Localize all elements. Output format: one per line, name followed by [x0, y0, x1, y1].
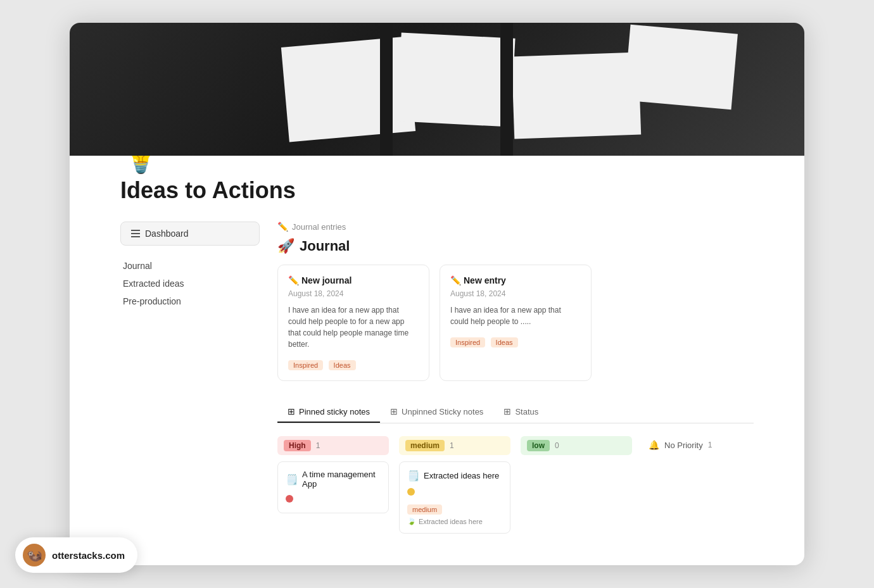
- tab-status[interactable]: ⊞ Status: [493, 401, 548, 423]
- priority-count-high: 1: [316, 441, 320, 450]
- journal-card-0-icon: ✏️: [288, 275, 299, 285]
- kanban-card-medium-0[interactable]: 🗒️ Extracted ideas here medium 🍃 Extract…: [399, 461, 510, 534]
- priority-count-no-priority: 1: [708, 441, 712, 449]
- hero-paper-1: [281, 37, 415, 142]
- journal-card-1[interactable]: ✏️ New entry August 18, 2024 I have an i…: [440, 265, 592, 381]
- tab-label-1: Unpinned Sticky notes: [402, 407, 483, 416]
- breadcrumb-text: Journal entries: [292, 222, 346, 232]
- tab-icon-2: ⊞: [504, 406, 511, 416]
- kanban-header-no-priority: 🔔 No Priority 1: [642, 436, 754, 454]
- kanban-board: High 1 🗒️ A time management App: [277, 436, 754, 540]
- kanban-card-medium-0-title: 🗒️ Extracted ideas here: [407, 470, 502, 482]
- kanban-col-no-priority: 🔔 No Priority 1: [642, 436, 754, 540]
- card-emoji-high-0: 🗒️: [286, 473, 298, 485]
- hamburger-line-1: [131, 230, 140, 231]
- priority-badge-medium: medium: [405, 440, 445, 451]
- tab-label-0: Pinned sticky notes: [299, 407, 370, 416]
- journal-card-1-icon: ✏️: [450, 275, 461, 285]
- journal-rocket-icon: 🚀: [277, 238, 294, 254]
- kanban-col-medium: medium 1 🗒️ Extracted ideas here medium: [399, 436, 510, 540]
- otter-emoji: 🦦: [27, 547, 42, 563]
- journal-card-0-date: August 18, 2024: [288, 289, 419, 298]
- right-content: ✏️ Journal entries 🚀 Journal ✏️ New jour…: [277, 222, 754, 540]
- app-container: 💡 Ideas to Actions Dashboard Journal Ext…: [70, 23, 804, 565]
- hamburger-line-3: [131, 236, 140, 237]
- priority-label-no-priority: No Priority: [664, 441, 703, 450]
- otter-name: otterstacks.com: [52, 550, 125, 561]
- tabs-row: ⊞ Pinned sticky notes ⊞ Unpinned Sticky …: [277, 401, 754, 423]
- journal-card-0-title: ✏️ New journal: [288, 275, 419, 285]
- kanban-col-low: low 0: [521, 436, 632, 540]
- journal-card-1-tags: Inspired Ideas: [450, 335, 581, 347]
- sidebar-item-journal[interactable]: Journal: [120, 257, 260, 275]
- card-footer-medium-0: 🍃 Extracted ideas here: [407, 517, 502, 525]
- journal-card-0-body: I have an idea for a new app that could …: [288, 304, 419, 350]
- kanban-header-medium: medium 1: [399, 436, 510, 455]
- page-title: Ideas to Actions: [120, 177, 754, 204]
- kanban-col-high: High 1 🗒️ A time management App: [277, 436, 389, 540]
- otter-badge[interactable]: 🦦 otterstacks.com: [15, 537, 137, 573]
- sidebar-item-pre-production[interactable]: Pre-production: [120, 292, 260, 310]
- tab-icon-1: ⊞: [390, 406, 398, 416]
- sidebar-item-extracted-ideas[interactable]: Extracted ideas: [120, 275, 260, 292]
- kanban-header-low: low 0: [521, 436, 632, 455]
- hamburger-icon: [131, 230, 140, 237]
- tab-icon-0: ⊞: [288, 406, 295, 416]
- priority-count-low: 0: [555, 441, 559, 450]
- journal-card-0-title-text: New journal: [301, 275, 352, 285]
- kanban-card-high-0[interactable]: 🗒️ A time management App: [277, 461, 389, 513]
- hero-divider2: [500, 23, 513, 156]
- journal-card-1-title: ✏️ New entry: [450, 275, 581, 285]
- priority-badge-high: High: [284, 440, 311, 451]
- card-title-medium-0: Extracted ideas here: [424, 471, 499, 480]
- otter-avatar: 🦦: [23, 544, 46, 566]
- kanban-card-high-0-title: 🗒️ A time management App: [286, 470, 381, 489]
- journal-card-1-body: I have an idea for a new app that could …: [450, 304, 581, 327]
- tag-inspired-0: Inspired: [288, 360, 323, 370]
- priority-badge-low: low: [527, 440, 550, 451]
- hamburger-line-2: [131, 233, 140, 234]
- two-col-layout: Dashboard Journal Extracted ideas Pre-pr…: [120, 222, 754, 540]
- tag-ideas-0: Ideas: [329, 360, 356, 370]
- dashboard-label: Dashboard: [145, 228, 189, 239]
- hero-paper-2: [396, 32, 515, 127]
- dashboard-button[interactable]: Dashboard: [120, 222, 260, 246]
- card-title-high-0: A time management App: [302, 470, 381, 489]
- hero-banner-inner: [70, 23, 804, 156]
- journal-card-1-date: August 18, 2024: [450, 289, 581, 298]
- card-footer-text-medium-0: Extracted ideas here: [419, 518, 483, 525]
- journal-cards: ✏️ New journal August 18, 2024 I have an…: [277, 265, 754, 381]
- tab-unpinned-sticky-notes[interactable]: ⊞ Unpinned Sticky notes: [380, 401, 493, 423]
- hero-paper-4: [624, 25, 738, 109]
- journal-card-1-title-text: New entry: [464, 275, 506, 285]
- journal-section-title: 🚀 Journal: [277, 238, 754, 254]
- tab-label-2: Status: [515, 407, 538, 416]
- journal-card-0-tags: Inspired Ideas: [288, 358, 419, 370]
- journal-title-text: Journal: [300, 238, 350, 254]
- hero-divider: [380, 23, 393, 156]
- breadcrumb: ✏️ Journal entries: [277, 222, 754, 232]
- hero-banner: [70, 23, 804, 156]
- kanban-header-high: High 1: [277, 436, 389, 455]
- content-area: 💡 Ideas to Actions Dashboard Journal Ext…: [70, 139, 804, 565]
- tab-pinned-sticky-notes[interactable]: ⊞ Pinned sticky notes: [277, 401, 380, 423]
- tag-medium-card: medium: [407, 504, 442, 515]
- status-dot-yellow: [407, 488, 415, 496]
- priority-count-medium: 1: [450, 441, 454, 450]
- hero-paper-3: [512, 53, 641, 139]
- left-sidebar: Dashboard Journal Extracted ideas Pre-pr…: [120, 222, 260, 540]
- tag-inspired-1: Inspired: [450, 337, 485, 347]
- status-dot-red: [286, 495, 293, 503]
- no-priority-icon: 🔔: [649, 440, 659, 450]
- pencil-icon: ✏️: [277, 222, 288, 232]
- card-emoji-medium-0: 🗒️: [407, 470, 420, 482]
- tag-ideas-1: Ideas: [491, 337, 518, 347]
- leaf-icon: 🍃: [407, 517, 416, 525]
- journal-card-0[interactable]: ✏️ New journal August 18, 2024 I have an…: [277, 265, 429, 381]
